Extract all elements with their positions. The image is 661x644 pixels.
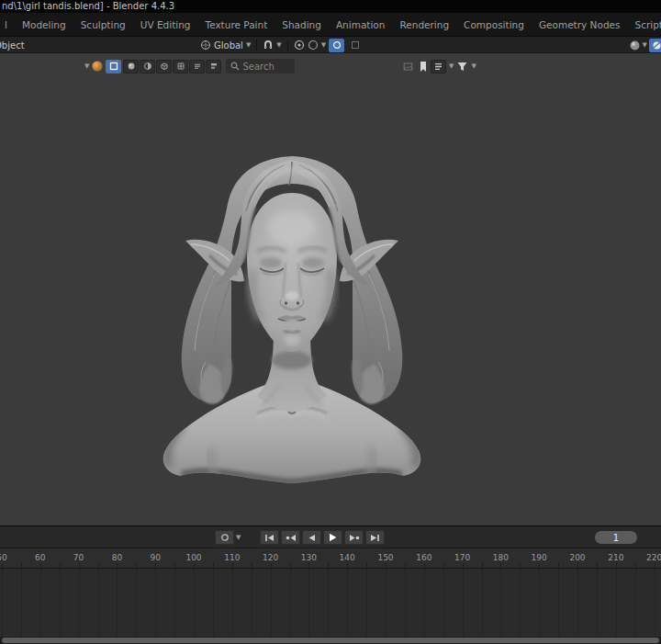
matcap-sphere-icon[interactable] <box>91 60 104 73</box>
ruler-label: 210 <box>608 553 623 562</box>
timeline-gridline <box>616 569 617 637</box>
ruler-label: 150 <box>377 553 393 562</box>
tab-l[interactable]: l <box>0 19 15 30</box>
transport-controls <box>260 530 385 545</box>
ruler-label: 80 <box>112 553 122 562</box>
timeline-gridline <box>386 569 387 637</box>
timeline-gridline <box>155 569 156 637</box>
sculpt-model[interactable] <box>154 145 430 494</box>
active-tool-icon[interactable] <box>329 39 344 52</box>
timeline-gridline <box>405 569 406 637</box>
tab-compositing[interactable]: Compositing <box>456 19 532 30</box>
chevron-down-icon[interactable]: ▼ <box>321 42 326 49</box>
tool-icon-layers[interactable] <box>189 60 205 73</box>
timeline-gridline <box>539 569 540 637</box>
ruler-label: 160 <box>416 553 431 562</box>
jump-to-prev-keyframe-button[interactable] <box>281 530 300 545</box>
timeline-tracks[interactable] <box>0 568 661 637</box>
tool-icon-group <box>123 60 221 73</box>
tab-rendering[interactable]: Rendering <box>392 19 456 30</box>
selected-tool-icon[interactable] <box>106 60 121 73</box>
timeline-left-controls: ▼ <box>215 530 241 545</box>
mode-label[interactable]: Object <box>0 40 25 51</box>
viewport-shading-sphere-icon[interactable] <box>629 40 641 51</box>
scrollbar-thumb[interactable] <box>2 638 659 643</box>
ruler-label: 190 <box>532 553 547 562</box>
tab-modeling[interactable]: Modeling <box>15 19 73 30</box>
proportional-falloff-icon[interactable] <box>308 40 319 51</box>
tab-geometry-nodes[interactable]: Geometry Nodes <box>532 19 628 30</box>
chevron-down-icon[interactable]: ▼ <box>449 63 454 70</box>
bookmark-icon[interactable] <box>419 61 428 73</box>
timeline-scrollbar[interactable] <box>0 637 661 644</box>
play-reverse-button[interactable] <box>302 530 321 545</box>
timeline-gridline <box>40 569 41 637</box>
ruler-label: 50 <box>0 553 7 562</box>
image-icon[interactable] <box>400 60 416 73</box>
ruler-label: 180 <box>493 553 509 562</box>
tool-icon-bars[interactable] <box>206 60 221 73</box>
overlay-icon[interactable] <box>347 39 363 52</box>
transform-orientation-icon[interactable] <box>200 40 211 51</box>
list-icon[interactable] <box>431 60 446 73</box>
timeline-gridline <box>136 569 137 637</box>
tab-sculpting[interactable]: Sculpting <box>73 19 133 30</box>
tool-icon-grid[interactable] <box>173 60 188 73</box>
timeline-gridline <box>232 569 233 637</box>
tab-texture-paint[interactable]: Texture Paint <box>198 19 275 30</box>
tab-animation[interactable]: Animation <box>329 19 393 30</box>
ruler-label: 170 <box>454 553 470 562</box>
tool-icon-cube[interactable] <box>156 60 172 73</box>
workspace-tabs: lModelingSculptingUV EditingTexture Pain… <box>0 19 661 30</box>
workspace-tabbar: lModelingSculptingUV EditingTexture Pain… <box>0 13 661 37</box>
timeline-ruler[interactable]: 5060708090100110120130140150160170180190… <box>0 548 661 568</box>
filter-funnel-icon[interactable] <box>456 61 468 73</box>
jump-to-end-button[interactable] <box>365 530 385 545</box>
timeline-gridline <box>98 569 99 637</box>
search-field[interactable] <box>226 59 295 73</box>
timeline-gridline <box>2 569 3 637</box>
jump-to-next-keyframe-button[interactable] <box>344 530 364 545</box>
viewport-3d[interactable]: ▼ <box>0 53 661 525</box>
blender-window: nd\1\girl tandis.blend] - Blender 4.4.3 … <box>0 0 661 644</box>
record-circle-icon[interactable] <box>215 530 234 545</box>
timeline-gridline <box>271 569 272 637</box>
tool-icon-sphere[interactable] <box>123 60 139 73</box>
snap-magnet-icon[interactable] <box>263 40 274 51</box>
chevron-down-icon[interactable]: ▼ <box>236 535 241 541</box>
tool-settings-row: ▼ <box>84 58 295 74</box>
timeline-gridline <box>577 569 578 637</box>
ruler-label: 220 <box>646 553 661 562</box>
orientation-label[interactable]: Global <box>214 40 243 51</box>
timeline-gridline <box>635 569 636 637</box>
chevron-down-icon[interactable]: ▼ <box>471 63 476 70</box>
chevron-down-icon[interactable]: ▼ <box>276 42 281 49</box>
ruler-label: 100 <box>185 553 201 562</box>
timeline-gridline <box>597 569 598 637</box>
timeline-gridline <box>60 569 61 637</box>
timeline-header: ▼ 1 <box>0 525 661 548</box>
current-frame-field[interactable]: 1 <box>595 531 637 544</box>
chevron-down-icon[interactable]: ▼ <box>84 63 89 70</box>
search-input[interactable] <box>242 62 290 72</box>
viewport-shading-rendered-icon[interactable] <box>649 39 661 52</box>
mode-dropdown[interactable]: Object <box>0 37 25 53</box>
timeline-gridline <box>366 569 367 637</box>
timeline-gridline <box>482 569 483 637</box>
chevron-down-icon[interactable]: ▼ <box>246 42 251 49</box>
timeline-gridline <box>500 569 501 637</box>
tab-shading[interactable]: Shading <box>274 19 329 30</box>
jump-to-start-button[interactable] <box>260 530 279 545</box>
tab-uv-editing[interactable]: UV Editing <box>133 19 198 30</box>
play-button[interactable] <box>323 530 342 545</box>
chevron-down-icon[interactable]: ▼ <box>643 42 647 49</box>
tab-scripting[interactable]: Scripting <box>627 19 661 30</box>
timeline-gridline <box>424 569 425 637</box>
timeline-gridline <box>463 569 464 637</box>
ruler-label: 90 <box>150 553 160 562</box>
tool-icon-half-sphere[interactable] <box>140 60 155 73</box>
viewport-header-center: Global ▼ ▼ ▼ <box>200 38 363 52</box>
ruler-label: 60 <box>35 553 45 562</box>
proportional-editing-icon[interactable] <box>294 40 305 51</box>
ruler-label: 110 <box>224 553 240 562</box>
